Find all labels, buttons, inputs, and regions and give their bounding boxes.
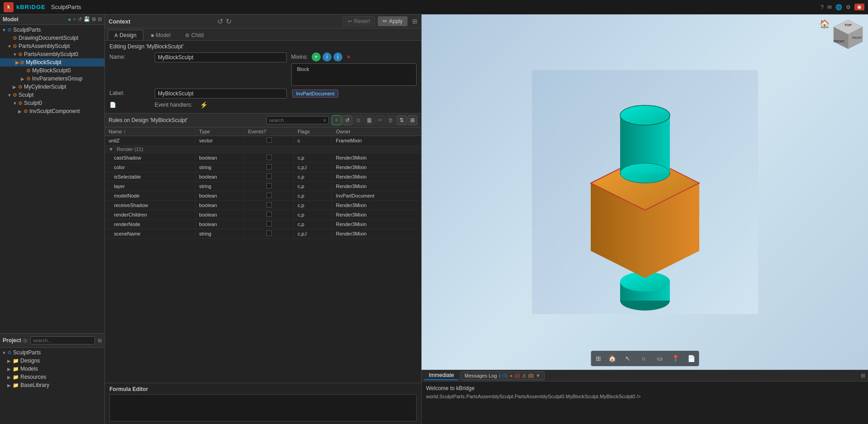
tree-item-sculpt0[interactable]: ▼ ⚙ Sculpt0 [0,99,104,107]
rules-paste-btn[interactable]: 📋 [364,115,374,125]
tree-item-invsculpt[interactable]: ▶ ⚙ InvSculptComponent [0,107,104,115]
tab-child[interactable]: ⚙ Child [178,30,210,40]
project-section: Project ◎ ⊞ ▼ ⚙ SculptParts ▶ 📁 [0,334,104,424]
nav-home-btn[interactable]: 🏠 [820,19,830,29]
mixin-del-btn[interactable]: × [344,52,353,61]
vt-pin-btn[interactable]: 📍 [669,352,682,365]
log-dropdown-icon[interactable]: ▼ [536,373,541,378]
model-icon-save[interactable]: 💾 [84,16,90,23]
tree-item-mycylinder[interactable]: ▶ ⚙ MyCylinderSculpt [0,83,104,91]
tree-item-partsassembly0[interactable]: ▼ ⚙ PartsAssemblySculpt0 [0,50,104,58]
checkbox[interactable] [266,212,272,217]
tree-item-sculpt[interactable]: ▼ ⚙ Sculpt [0,91,104,99]
checkbox[interactable] [266,231,272,236]
project-filter-icon[interactable]: ◎ [23,338,28,344]
formula-content[interactable] [109,394,417,421]
model-icon-collapse[interactable]: ⊟ [98,16,102,23]
tree-label: InvSculptComponent [29,108,80,114]
mixin-info1-btn[interactable]: i [323,52,332,61]
table-row[interactable]: layer string c,p Render3Mixin [105,182,421,191]
nav-cube-svg: TOP RIGHT FRONT [832,18,864,51]
project-search-box [30,336,95,344]
model-icon-refresh[interactable]: ↺ [78,16,82,23]
vt-circle-btn[interactable]: ○ [637,352,650,365]
table-row[interactable]: modelNode boolean c,p InvPartDocument [105,191,421,201]
redo-btn[interactable]: ↻ [226,17,232,26]
arrow-icon: ▶ [21,76,26,81]
user-btn[interactable]: ◉ [854,4,864,10]
table-row[interactable]: castShadow boolean c,p Render3Mixin [105,153,421,163]
vt-home-btn[interactable]: 🏠 [606,352,618,365]
model-icon-circle[interactable]: ○ [73,16,76,23]
expand-context-btn[interactable]: ⊞ [412,18,417,25]
vt-cursor-btn[interactable]: ↖ [621,352,634,365]
checkbox[interactable] [266,183,272,188]
table-row[interactable]: unitZ vector c FrameMixin [105,136,421,146]
mixin-add-btn[interactable]: + [312,52,321,61]
info-count: (0) [503,373,508,378]
rules-sort-btn[interactable]: ⇅ [397,115,407,125]
tree-item-myblocksculpt[interactable]: ▶ ⚙ MyBlockSculpt [0,58,104,66]
table-row[interactable]: renderChildren boolean c,p Render3Mixin [105,210,421,220]
tree-item-drawingdoc[interactable]: ⚙ DrawingDocumentSculpt [0,34,104,42]
rules-search-clear[interactable]: × [323,118,326,123]
viewport[interactable]: 🏠 TOP RIGHT FRONT [422,14,868,370]
label-input[interactable] [155,89,287,99]
messages-log-tab[interactable]: Messages Log ℹ (0) ● (0) ⚠ (0) ▼ [460,372,545,380]
immediate-tab[interactable]: Immediate [424,371,459,380]
proj-item-designs[interactable]: ▶ 📁 Designs [0,357,104,365]
rules-add-btn[interactable]: + [332,115,342,125]
vt-rect-btn[interactable]: ▭ [653,352,666,365]
help-btn[interactable]: ? [821,4,824,10]
rules-expand-btn[interactable]: ⊞ [408,115,417,125]
table-row[interactable]: receiveShadow boolean c,p Render3Mixin [105,201,421,210]
vt-expand-btn[interactable]: ⊞ [592,352,605,365]
rules-delete-btn[interactable]: 🗑 [386,115,396,125]
table-row[interactable]: isSelectable boolean c,p Render3Mixin [105,172,421,182]
bottom-expand-btn[interactable]: ⊞ [861,372,865,379]
arrow-icon: ▼ [7,44,13,49]
vt-doc-btn[interactable]: 📄 [685,352,697,365]
rules-refresh-btn[interactable]: ↺ [342,115,352,125]
name-input[interactable] [155,52,287,62]
tab-design[interactable]: A Design [108,30,143,40]
revert-btn[interactable]: ↩ Revert [343,16,375,26]
table-row[interactable]: sceneName string c,p,l Render3Mixin [105,229,421,239]
checkbox[interactable] [266,193,272,198]
tab-model[interactable]: ■ Model [144,30,177,40]
settings-btn[interactable]: ⚙ [846,4,851,10]
checkbox[interactable] [266,155,272,160]
mixin-info2-btn[interactable]: i [333,52,342,61]
model-icon-green[interactable]: ● [68,16,71,23]
proj-item-sculptparts[interactable]: ▼ ⚙ SculptParts [0,349,104,357]
project-search-input[interactable] [33,338,92,343]
checkbox[interactable] [266,164,272,170]
tree-item-sculptparts[interactable]: ▼ ⚙ SculptParts [0,26,104,34]
nav-cube[interactable]: TOP RIGHT FRONT [832,18,864,51]
project-expand-icon[interactable]: ⊞ [98,338,102,344]
checkbox[interactable] [266,174,272,179]
group-row-render[interactable]: ▼ Render (11) [105,146,421,153]
checkbox[interactable] [266,221,272,226]
proj-item-resources[interactable]: ▶ 📁 Resources [0,373,104,381]
proj-item-baselibrary[interactable]: ▶ 📁 BaseLibrary [0,381,104,389]
rules-copy-btn[interactable]: ⧉ [353,115,363,125]
apply-btn[interactable]: ✏ Apply [378,16,408,26]
table-row[interactable]: color string c,p,l Render3Mixin [105,163,421,172]
rules-edit-btn[interactable]: ✏ [375,115,385,125]
tree-item-invparams[interactable]: ▶ ⚙ InvParametersGroup [0,75,104,83]
mail-btn[interactable]: ✉ [827,4,832,10]
undo-btn[interactable]: ↺ [217,17,223,26]
checkbox[interactable] [266,202,272,207]
model-icon-expand[interactable]: ⊞ [92,16,96,23]
rules-search-input[interactable] [269,118,323,123]
tree-label: MyBlockSculpt0 [32,67,71,74]
table-row[interactable]: renderNode boolean c,p Render3Mixin [105,220,421,229]
mixin-event-tag: InvPartDocument [292,90,339,98]
proj-item-models[interactable]: ▶ 📁 Models [0,365,104,373]
checkbox[interactable] [266,137,272,143]
lang-btn[interactable]: 🌐 [835,4,842,10]
tree-item-myblocksculpt0[interactable]: ⚙ MyBlockSculpt0 [0,66,104,75]
tree-item-partsassembly[interactable]: ▼ ⚙ PartsAssemblySculpt [0,42,104,50]
cell-name: modelNode [105,191,195,201]
